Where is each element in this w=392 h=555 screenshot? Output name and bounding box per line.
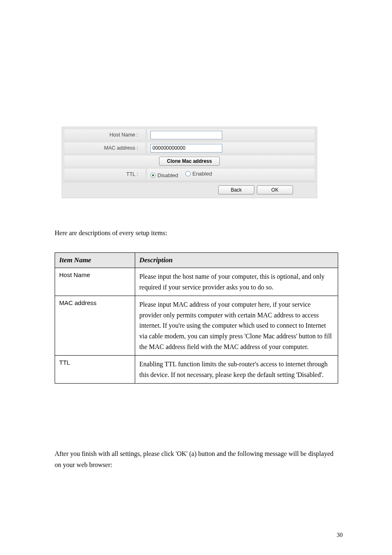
intro-text: Here are descriptions of every setup ite… [55, 229, 167, 237]
ok-instruction: After you finish with all settings, plea… [55, 448, 338, 470]
item-desc: Enabling TTL function limits the sub-rou… [135, 356, 338, 384]
clone-mac-button[interactable]: Clone Mac address [159, 157, 219, 166]
router-form-panel: Host Name : MAC address : Clone Mac addr… [62, 127, 317, 198]
item-name: TTL [55, 356, 135, 384]
back-button[interactable]: Back [218, 185, 254, 194]
ok-button[interactable]: OK [257, 185, 293, 194]
host-name-label: Host Name : [64, 129, 146, 141]
table-header-item: Item Name [55, 253, 135, 268]
item-desc: Please input the host name of your compu… [135, 268, 338, 296]
ttl-disabled-text: Disabled [157, 172, 178, 178]
table-header-desc: Description [135, 253, 338, 268]
mac-address-input[interactable] [150, 144, 222, 153]
mac-address-label: MAC address : [64, 142, 146, 154]
ttl-enabled-radio[interactable]: Enabled [185, 171, 212, 177]
radio-icon [185, 171, 191, 176]
item-name: MAC address [55, 296, 135, 356]
table-row: TTL Enabling TTL function limits the sub… [55, 356, 338, 384]
table-row: MAC address Please input MAC address of … [55, 296, 338, 356]
ttl-disabled-radio[interactable]: Disabled [150, 172, 178, 178]
page-number: 30 [337, 532, 343, 539]
item-desc: Please input MAC address of your compute… [135, 296, 338, 356]
table-row: Host Name Please input the host name of … [55, 268, 338, 296]
ttl-label: TTL : [64, 168, 146, 180]
ttl-enabled-text: Enabled [192, 171, 212, 177]
item-name: Host Name [55, 268, 135, 296]
description-table: Item Name Description Host Name Please i… [55, 252, 338, 384]
host-name-input[interactable] [150, 131, 222, 139]
radio-icon [150, 173, 156, 178]
